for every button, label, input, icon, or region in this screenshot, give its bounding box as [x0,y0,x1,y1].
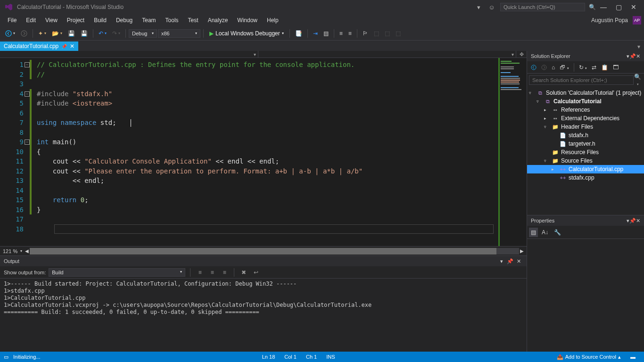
quick-launch-input[interactable]: Quick Launch (Ctrl+Q) [500,3,585,11]
notifications-icon[interactable]: ▾ [474,4,483,11]
new-project-button[interactable]: ✦ ▾ [36,29,49,38]
menu-analyze[interactable]: Analyze [203,15,233,25]
props-wrench-icon[interactable]: 🔧 [552,228,563,237]
menu-edit[interactable]: Edit [21,15,41,25]
se-pin-icon[interactable]: 📌 [629,53,636,59]
solution-tree[interactable]: ▿⧉Solution 'CalculatorTutorial' (1 proje… [527,88,644,215]
tree-item[interactable]: ▸▪▪External Dependencies [527,114,644,123]
menu-build[interactable]: Build [89,15,111,25]
config-dropdown[interactable]: Debug▾ [129,29,157,38]
output-source-dropdown[interactable]: Build▾ [49,268,185,277]
close-button[interactable]: ✕ [626,1,641,13]
tab-active[interactable]: CalculatorTutorial.cpp 📌 ✕ [0,41,78,51]
split-editor-icon[interactable]: ✥ [516,51,527,58]
pin-icon[interactable]: 📌 [61,44,67,49]
tree-item[interactable]: 📁Resource Files [527,148,644,156]
user-avatar[interactable]: AP [633,16,641,25]
tree-item[interactable]: ▿📁Header Files [527,123,644,131]
menu-file[interactable]: File [3,15,21,25]
tree-item[interactable]: 📄targetver.h [527,140,644,148]
tb-icon-8[interactable]: ⬚ [382,29,392,38]
tree-item[interactable]: ▿⧉Solution 'CalculatorTutorial' (1 proje… [527,89,644,97]
output-wrap-icon[interactable]: ↩ [251,269,261,276]
tb-icon-2[interactable]: ⇥ [311,29,320,38]
maximize-button[interactable]: ▢ [611,1,626,13]
output-text[interactable]: 1>------ Build started: Project: Calcula… [0,279,527,352]
save-button[interactable]: 💾 [66,29,77,38]
se-fwd-icon[interactable] [539,63,549,72]
se-showall-icon[interactable]: 📋 [599,63,610,72]
tb-icon-4[interactable]: ≡ [337,29,345,38]
tb-icon-7[interactable]: ⬚ [372,29,381,38]
zoom-level[interactable]: 121 % [3,248,17,254]
panel-dropdown-icon[interactable]: ▾ [497,258,506,264]
scroll-right-icon[interactable]: ▶ [520,248,524,254]
se-refresh-icon[interactable]: ↻ ▾ [577,63,589,72]
output-btn-3[interactable]: ≡ [220,269,229,276]
panel-close-icon[interactable]: ✕ [514,258,523,264]
menu-team[interactable]: Team [137,15,160,25]
source-control-button[interactable]: 📤 Add to Source Control ▴ [552,354,626,360]
tree-item[interactable]: 📄stdafx.h [527,131,644,140]
save-all-button[interactable]: 💾 [78,29,90,38]
undo-button[interactable]: ↶ ▾ [96,29,109,38]
props-categorized-icon[interactable]: ▤ [529,228,538,237]
zoom-dropdown-icon[interactable]: ▾ [20,249,22,253]
status-end-icon[interactable]: ▬ [626,354,640,360]
props-pin-icon[interactable]: 📌 [629,218,636,224]
se-sync-icon[interactable]: 🗗 ▾ [558,63,570,72]
se-properties-icon[interactable]: 🗔 [611,63,620,72]
tb-icon-6[interactable]: 🏳 [360,29,371,38]
minimap[interactable] [498,58,527,246]
scroll-left-icon[interactable]: ◀ [25,248,29,254]
menu-window[interactable]: Window [232,15,262,25]
panel-pin-icon[interactable]: 📌 [506,258,514,264]
svg-point-0 [6,31,11,36]
start-debug-button[interactable]: ▶Local Windows Debugger▾ [206,29,287,38]
tree-item[interactable]: ▸++CalculatorTutorial.cpp [527,165,644,173]
output-clear-icon[interactable]: ✖ [239,269,248,276]
tree-item[interactable]: ++stdafx.cpp [527,173,644,182]
tree-item[interactable]: ▸▪▪References [527,106,644,114]
user-name[interactable]: Augustin Popa [588,17,631,24]
tb-icon-3[interactable]: ▤ [321,29,331,38]
menu-help[interactable]: Help [262,15,283,25]
nav-back-button[interactable]: ▾ [3,29,17,38]
menu-debug[interactable]: Debug [111,15,137,25]
minimize-button[interactable]: — [596,1,611,13]
menu-test[interactable]: Test [183,15,203,25]
props-close-icon[interactable]: ✕ [636,218,640,224]
tree-item[interactable]: ▿⧉CalculatorTutorial [527,97,644,106]
menu-tools[interactable]: Tools [161,15,183,25]
search-icon[interactable]: 🔍 [589,4,596,10]
menu-project[interactable]: Project [62,15,89,25]
close-tab-icon[interactable]: ✕ [70,43,74,49]
redo-button[interactable]: ↷ ▾ [110,29,123,38]
nav-fwd-button[interactable] [18,29,30,38]
tree-item[interactable]: ▿📁Source Files [527,156,644,165]
output-btn-1[interactable]: ≡ [195,269,205,276]
scope-dropdown-left[interactable]: ▾ [0,51,258,58]
horizontal-scrollbar[interactable] [30,248,519,255]
code-content[interactable]: // CalculatorTutorial.cpp : Defines the … [37,58,498,246]
menu-view[interactable]: View [41,15,62,25]
platform-dropdown[interactable]: x86▾ [158,29,200,38]
props-alpha-icon[interactable]: A↓ [540,228,550,237]
scope-dropdown-right[interactable]: ▾ [258,51,517,58]
code-editor[interactable]: 123456789101112131415161718 −−− // Calcu… [0,58,527,246]
se-close-icon[interactable]: ✕ [636,53,640,59]
se-search-icon[interactable]: 🔍 ▾ [634,74,642,87]
se-search-input[interactable] [529,75,634,85]
tab-list-dropdown[interactable]: ▾ [634,42,644,51]
se-home-icon[interactable]: ⌂ [550,63,557,72]
se-collapse-icon[interactable]: ⇄ [590,63,598,72]
tb-icon-9[interactable]: ⬚ [393,29,403,38]
tb-icon-5[interactable]: ≡ [346,29,354,38]
properties-grid[interactable] [527,239,644,352]
open-file-button[interactable]: 📂 ▾ [50,29,65,38]
output-btn-2[interactable]: ≡ [207,269,217,276]
se-back-icon[interactable] [529,63,538,72]
tb-icon-1[interactable]: 📑 [293,29,305,38]
feedback-icon[interactable]: ☺ [487,4,496,11]
output-panel: Output ▾ 📌 ✕ Show output from: Build▾ ≡ … [0,255,527,352]
